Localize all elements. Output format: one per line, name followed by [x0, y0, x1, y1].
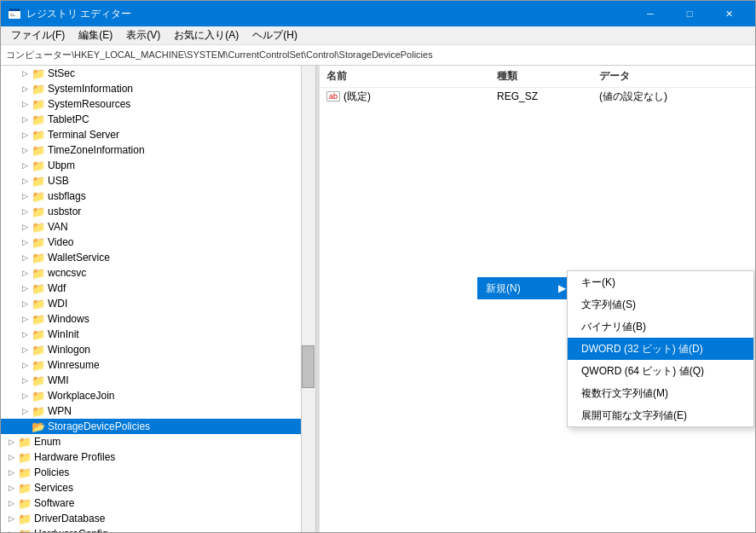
tree-label: WinInit	[48, 328, 79, 340]
tree-item-software[interactable]: ▷ 📁 Software	[1, 495, 315, 511]
folder-icon: 📁	[32, 282, 45, 295]
expand-icon[interactable]: ▷	[4, 481, 18, 495]
tree-item-workplacejoin[interactable]: ▷ 📁 WorkplaceJoin	[1, 388, 315, 403]
folder-icon: 📁	[32, 374, 45, 387]
expand-icon[interactable]: ▷	[4, 496, 18, 510]
expand-icon[interactable]: ▷	[18, 343, 32, 356]
tree-item-walletservice[interactable]: ▷ 📁 WalletService	[1, 250, 315, 265]
expand-icon[interactable]: ▷	[18, 312, 32, 326]
expand-icon[interactable]: ▷	[18, 374, 32, 387]
expand-icon[interactable]	[18, 420, 32, 433]
expand-icon[interactable]: ▷	[4, 435, 18, 449]
expand-icon[interactable]: ▷	[18, 128, 32, 142]
tree-item-winresume[interactable]: ▷ 📁 Winresume	[1, 357, 315, 373]
scrollbar-thumb[interactable]	[302, 345, 315, 388]
new-submenu-button[interactable]: 新規(N) ▶	[477, 277, 580, 299]
menu-item-お気に入りa[interactable]: お気に入り(A)	[167, 26, 245, 44]
expand-icon[interactable]: ▷	[4, 527, 18, 532]
context-menu-item-key[interactable]: キー(K)	[568, 271, 753, 293]
tree-label: StSec	[48, 67, 75, 79]
tree-item-wpn[interactable]: ▷ 📁 WPN	[1, 403, 315, 419]
expand-icon[interactable]: ▷	[18, 205, 32, 218]
expand-icon[interactable]: ▷	[18, 251, 32, 264]
tree-item-timezoneinformation[interactable]: ▷ 📁 TimeZoneInformation	[1, 142, 315, 158]
context-menu-item-qword[interactable]: QWORD (64 ビット) 値(Q)	[568, 360, 753, 382]
tree-item-ubpm[interactable]: ▷ 📁 Ubpm	[1, 158, 315, 173]
tree-item-enum[interactable]: ▷ 📁 Enum	[1, 434, 315, 449]
tree-item-winlogon[interactable]: ▷ 📁 Winlogon	[1, 342, 315, 357]
tree-item-stsec[interactable]: ▷ 📁 StSec	[1, 66, 315, 81]
expand-icon[interactable]: ▷	[18, 327, 32, 341]
context-menu-item-string[interactable]: 文字列値(S)	[568, 293, 753, 316]
tree-item-usb[interactable]: ▷ 📁 USB	[1, 173, 315, 188]
tree-label: Software	[34, 497, 74, 509]
expand-icon[interactable]: ▷	[18, 404, 32, 418]
menu-item-編集e[interactable]: 編集(E)	[72, 26, 119, 44]
expand-icon[interactable]: ▷	[18, 189, 32, 203]
expand-icon[interactable]: ▷	[18, 82, 32, 96]
tree-panel[interactable]: ▷ 📁 StSec ▷ 📁 SystemInformation ▷ 📁 Syst…	[1, 66, 316, 532]
expand-icon[interactable]: ▷	[18, 389, 32, 403]
tree-item-van[interactable]: ▷ 📁 VAN	[1, 219, 315, 235]
expand-icon[interactable]: ▷	[18, 97, 32, 111]
tree-item-hardware-profiles[interactable]: ▷ 📁 Hardware Profiles	[1, 449, 315, 465]
expand-icon[interactable]: ▷	[18, 358, 32, 372]
expand-icon[interactable]: ▷	[18, 281, 32, 295]
expand-icon[interactable]: ▷	[18, 143, 32, 157]
expand-icon[interactable]: ▷	[18, 159, 32, 172]
tree-item-terminal-server[interactable]: ▷ 📁 Terminal Server	[1, 127, 315, 142]
menu-item-ヘルプh[interactable]: ヘルプ(H)	[245, 26, 304, 44]
maximize-button[interactable]: □	[670, 1, 709, 26]
expand-icon[interactable]: ▷	[18, 266, 32, 280]
close-button[interactable]: ✕	[709, 1, 748, 26]
col-header-name: 名前	[320, 67, 490, 85]
tree-item-wmi[interactable]: ▷ 📁 WMI	[1, 373, 315, 388]
address-bar: コンピューター\HKEY_LOCAL_MACHINE\SYSTEM\Curren…	[1, 45, 755, 66]
expand-icon[interactable]: ▷	[18, 220, 32, 234]
menu-item-ファイルf[interactable]: ファイル(F)	[4, 26, 72, 44]
tree-item-wininit[interactable]: ▷ 📁 WinInit	[1, 327, 315, 342]
expand-icon[interactable]: ▷	[4, 466, 18, 479]
tree-item-systemresources[interactable]: ▷ 📁 SystemResources	[1, 96, 315, 112]
menu-item-label: 複数行文字列値(M)	[581, 386, 668, 401]
context-menu-item-expandstring[interactable]: 展開可能な文字列値(E)	[568, 404, 753, 426]
col-header-type: 種類	[490, 67, 592, 85]
svg-rect-2	[10, 14, 14, 14]
tree-item-usbflags[interactable]: ▷ 📁 usbflags	[1, 188, 315, 204]
tree-item-services[interactable]: ▷ 📁 Services	[1, 480, 315, 495]
tree-item-video[interactable]: ▷ 📁 Video	[1, 235, 315, 250]
expand-icon[interactable]: ▷	[4, 450, 18, 464]
menu-item-label: バイナリ値(B)	[581, 320, 646, 334]
expand-icon[interactable]: ▷	[18, 297, 32, 310]
tree-item-policies[interactable]: ▷ 📁 Policies	[1, 465, 315, 480]
tree-item-systeminformation[interactable]: ▷ 📁 SystemInformation	[1, 81, 315, 96]
tree-item-driverdatabase[interactable]: ▷ 📁 DriverDatabase	[1, 511, 315, 526]
tree-label: DriverDatabase	[34, 513, 105, 524]
expand-icon[interactable]: ▷	[18, 113, 32, 126]
tree-item-storagedevicepolicies[interactable]: 📂 StorageDevicePolicies	[1, 419, 315, 434]
tree-item-wdf[interactable]: ▷ 📁 Wdf	[1, 281, 315, 296]
tree-item-tabletpc[interactable]: ▷ 📁 TabletPC	[1, 112, 315, 127]
expand-icon[interactable]: ▷	[18, 174, 32, 188]
tree-item-wcncsvc[interactable]: ▷ 📁 wcncsvc	[1, 265, 315, 281]
tree-item-windows[interactable]: ▷ 📁 Windows	[1, 311, 315, 327]
context-menu-item-dword[interactable]: DWORD (32 ビット) 値(D)	[568, 338, 753, 360]
minimize-button[interactable]: ─	[631, 1, 670, 26]
tree-item-hardwareconfig[interactable]: ▷ 📁 HardwareConfig	[1, 526, 315, 532]
tree-item-wdi[interactable]: ▷ 📁 WDI	[1, 296, 315, 311]
window-title: レジストリ エディター	[26, 7, 131, 21]
folder-icon: 📁	[32, 83, 45, 96]
expand-icon[interactable]: ▷	[18, 67, 32, 80]
tree-label: WDI	[48, 298, 67, 310]
tree-label: Winresume	[48, 359, 100, 371]
menu-item-表示v[interactable]: 表示(V)	[119, 26, 167, 44]
tree-label: Policies	[34, 466, 69, 478]
expand-icon[interactable]: ▷	[4, 512, 18, 525]
tree-item-usbstor[interactable]: ▷ 📁 usbstor	[1, 204, 315, 219]
expand-icon[interactable]: ▷	[18, 235, 32, 249]
tree-scrollbar[interactable]	[301, 66, 315, 532]
context-menu-item-binary[interactable]: バイナリ値(B)	[568, 316, 753, 338]
tree-label: TabletPC	[48, 113, 89, 125]
data-row[interactable]: ab (既定) REG_SZ (値の設定なし)	[320, 88, 755, 105]
context-menu-item-multistring[interactable]: 複数行文字列値(M)	[568, 382, 753, 404]
